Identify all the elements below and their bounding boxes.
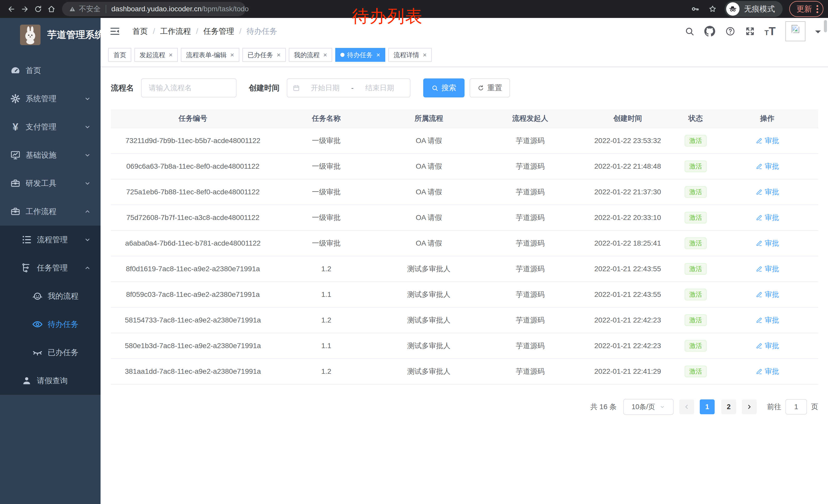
sidebar-item-system[interactable]: 系统管理 xyxy=(0,85,100,113)
sidebar-submenu: 流程管理任务管理我的流程待办任务已办任务请假查询 xyxy=(0,226,100,395)
page-scrollbar[interactable] xyxy=(824,20,827,32)
status-badge: 激活 xyxy=(685,212,707,224)
approve-link[interactable]: 审批 xyxy=(716,367,818,376)
eye-icon xyxy=(32,319,43,330)
page-button-2[interactable]: 2 xyxy=(721,400,736,414)
password-key-icon[interactable] xyxy=(691,5,700,13)
prev-page-button[interactable] xyxy=(679,400,694,414)
fullscreen-icon[interactable] xyxy=(745,27,755,36)
cell-process: OA 请假 xyxy=(378,213,480,223)
approve-link[interactable]: 审批 xyxy=(716,290,818,300)
close-icon[interactable]: × xyxy=(230,51,234,58)
tab-label: 已办任务 xyxy=(248,51,273,59)
sidebar-item-my-process[interactable]: 我的流程 xyxy=(0,282,100,310)
edit-pen-icon xyxy=(755,188,762,196)
briefcase-icon xyxy=(10,206,21,217)
sidebar-item-payment[interactable]: ¥支付管理 xyxy=(0,113,100,141)
github-icon[interactable] xyxy=(704,26,715,37)
help-icon[interactable] xyxy=(725,26,735,36)
approve-link[interactable]: 审批 xyxy=(716,136,818,146)
flow-tree-icon xyxy=(21,262,32,274)
approve-link[interactable]: 审批 xyxy=(716,264,818,274)
approve-link[interactable]: 审批 xyxy=(716,315,818,325)
cell-process: 测试多审批人 xyxy=(378,264,480,274)
sidebar-item-process-mgmt[interactable]: 流程管理 xyxy=(0,226,100,254)
update-button[interactable]: 更新 xyxy=(789,1,823,17)
sidebar-item-task-mgmt[interactable]: 任务管理 xyxy=(0,254,100,282)
cell-task-id: 73211d9d-7b9b-11ec-b5b7-acde48001122 xyxy=(111,137,275,145)
update-label[interactable]: 更新 xyxy=(796,4,812,14)
avatar[interactable] xyxy=(785,21,805,41)
edit-pen-icon xyxy=(755,137,762,144)
close-icon[interactable]: × xyxy=(376,51,380,58)
page-button-1[interactable]: 1 xyxy=(700,400,715,414)
tab-home[interactable]: 首页 xyxy=(108,48,131,62)
breadcrumb-item[interactable]: 任务管理 xyxy=(203,26,234,37)
process-name-input[interactable]: 请输入流程名 xyxy=(141,79,237,97)
approve-link[interactable]: 审批 xyxy=(716,238,818,248)
goto-page-input[interactable]: 1 xyxy=(785,399,807,415)
sidebar-item-todo-task[interactable]: 待办任务 xyxy=(0,310,100,338)
tab-done-tasks[interactable]: 已办任务× xyxy=(242,48,286,62)
security-label[interactable]: 不安全 xyxy=(79,4,100,14)
incognito-icon xyxy=(726,2,740,16)
sidebar-item-home[interactable]: 首页 xyxy=(0,56,100,85)
sidebar-item-leave-query[interactable]: 请假查询 xyxy=(0,367,100,395)
eye-closed-icon xyxy=(32,347,43,358)
tab-process-detail[interactable]: 流程详情× xyxy=(388,48,432,62)
sidebar-item-label: 基础设施 xyxy=(26,150,56,161)
cell-task-id: 8f0d1619-7ac8-11ec-a9e2-a2380e71991a xyxy=(111,265,275,273)
sidebar-collapse-icon[interactable] xyxy=(109,26,121,37)
reset-button[interactable]: 重置 xyxy=(470,79,510,97)
breadcrumb-item[interactable]: 工作流程 xyxy=(160,26,191,37)
start-date-placeholder: 开始日期 xyxy=(300,83,350,93)
status-badge: 激活 xyxy=(685,366,707,377)
tab-form-edit[interactable]: 流程表单-编辑× xyxy=(181,48,239,62)
approve-link[interactable]: 审批 xyxy=(716,213,818,223)
sidebar-item-workflow[interactable]: 工作流程 xyxy=(0,197,100,226)
next-page-button[interactable] xyxy=(742,400,757,414)
close-icon[interactable]: × xyxy=(277,51,281,58)
search-icon[interactable] xyxy=(685,27,694,36)
breadcrumb-item[interactable]: 首页 xyxy=(132,26,148,37)
chevron-left-icon xyxy=(683,404,690,410)
logo-image xyxy=(20,25,41,45)
chevron-up-icon xyxy=(84,208,91,215)
column-header: 任务编号 xyxy=(111,113,275,123)
close-icon[interactable]: × xyxy=(169,51,173,58)
cell-task-name: 1.1 xyxy=(275,290,378,299)
avatar-caret-icon[interactable] xyxy=(815,31,821,36)
tab-todo-tasks[interactable]: 待办任务× xyxy=(335,48,385,62)
reload-icon[interactable] xyxy=(31,2,45,16)
date-range-input[interactable]: 开始日期 - 结束日期 xyxy=(287,79,410,97)
goto-suffix: 页 xyxy=(811,402,818,412)
cell-process: OA 请假 xyxy=(378,187,480,197)
sidebar-item-done-task[interactable]: 已办任务 xyxy=(0,338,100,367)
sidebar: 芋道管理系统 首页系统管理¥支付管理基础设施研发工具工作流程流程管理任务管理我的… xyxy=(0,18,100,504)
bookmark-star-icon[interactable] xyxy=(708,5,717,13)
browser-menu-icon[interactable] xyxy=(817,5,818,13)
close-icon[interactable]: × xyxy=(323,51,327,58)
sidebar-item-infra[interactable]: 基础设施 xyxy=(0,141,100,169)
back-icon[interactable] xyxy=(5,2,18,16)
forward-icon[interactable] xyxy=(18,2,31,16)
tab-start-process[interactable]: 发起流程× xyxy=(134,48,178,62)
sidebar-item-label: 任务管理 xyxy=(37,263,68,273)
tab-my-process[interactable]: 我的流程× xyxy=(289,48,332,62)
address-bar[interactable]: 不安全 dashboard.yudao.iocoder.cn/bpm/task/… xyxy=(62,2,246,16)
page-size-select[interactable]: 10条/页 xyxy=(623,399,673,415)
approve-link[interactable]: 审批 xyxy=(716,162,818,171)
approve-link[interactable]: 审批 xyxy=(716,187,818,197)
close-icon[interactable]: × xyxy=(423,51,426,58)
search-button[interactable]: 搜索 xyxy=(423,79,464,97)
app-logo[interactable]: 芋道管理系统 xyxy=(0,18,100,52)
approve-label: 审批 xyxy=(765,290,779,300)
font-size-icon[interactable]: TT xyxy=(764,26,776,37)
cell-task-name: 一级审批 xyxy=(275,136,378,146)
cell-process: OA 请假 xyxy=(378,162,480,171)
approve-link[interactable]: 审批 xyxy=(716,341,818,351)
active-tab-dot xyxy=(340,53,344,57)
sidebar-item-devtools[interactable]: 研发工具 xyxy=(0,169,100,197)
home-icon[interactable] xyxy=(45,2,58,16)
refresh-icon xyxy=(478,85,484,92)
